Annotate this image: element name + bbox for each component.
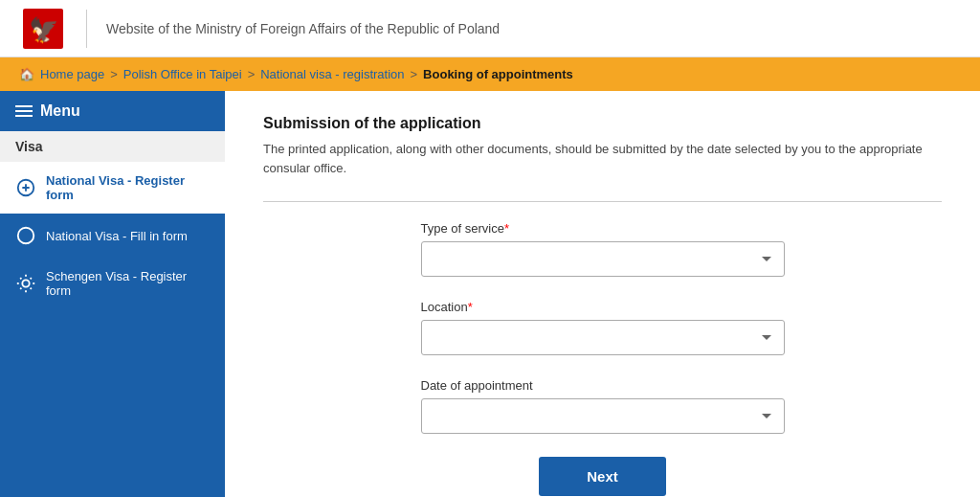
home-icon: 🏠 (19, 67, 34, 81)
location-group: Location* (421, 300, 785, 355)
next-button[interactable]: Next (539, 457, 666, 496)
schengen-icon (15, 273, 36, 294)
sidebar-menu-header: Menu (0, 91, 225, 131)
form-divider (263, 201, 942, 202)
sidebar-section-title: Visa (0, 131, 225, 162)
register-form-icon (15, 177, 36, 198)
site-title: Website of the Ministry of Foreign Affai… (106, 21, 500, 36)
type-of-service-select[interactable] (421, 241, 785, 277)
main-content: Submission of the application The printe… (225, 91, 980, 497)
location-select[interactable] (421, 320, 785, 355)
next-button-wrapper: Next (263, 457, 942, 496)
menu-label: Menu (40, 102, 80, 120)
date-of-appointment-group: Date of appointment (421, 378, 785, 434)
section-description: The printed application, along with othe… (263, 140, 942, 177)
sidebar-item-schengen-register[interactable]: Schengen Visa - Register form (0, 258, 225, 309)
svg-point-3 (18, 228, 34, 244)
location-label: Location* (421, 300, 785, 314)
breadcrumb-home[interactable]: Home page (40, 67, 104, 81)
hamburger-icon (15, 105, 33, 117)
sidebar: Menu Visa National Visa - Register form … (0, 91, 225, 497)
fill-form-icon (15, 225, 36, 246)
date-of-appointment-label: Date of appointment (421, 378, 785, 393)
header-divider (86, 10, 87, 48)
type-of-service-label: Type of service* (421, 221, 785, 236)
section-title: Submission of the application (263, 115, 942, 132)
date-of-appointment-select[interactable] (421, 398, 785, 434)
page-header: 🦅 Website of the Ministry of Foreign Aff… (0, 0, 980, 57)
sidebar-item-national-visa-register[interactable]: National Visa - Register form (0, 162, 225, 214)
sidebar-item-label: National Visa - Fill in form (46, 229, 188, 243)
logo: 🦅 (19, 7, 67, 50)
sidebar-item-national-visa-fill[interactable]: National Visa - Fill in form (0, 214, 225, 258)
type-of-service-group: Type of service* (421, 221, 785, 277)
svg-point-4 (22, 280, 29, 286)
svg-text:🦅: 🦅 (29, 14, 59, 44)
breadcrumb-office[interactable]: Polish Office in Taipei (123, 67, 242, 81)
breadcrumb-current: Booking of appointments (423, 67, 573, 81)
sidebar-item-label: Schengen Visa - Register form (46, 269, 210, 298)
breadcrumb: 🏠 Home page > Polish Office in Taipei > … (0, 57, 980, 91)
breadcrumb-national-visa[interactable]: National visa - registration (260, 67, 404, 81)
page-layout: Menu Visa National Visa - Register form … (0, 91, 980, 497)
sidebar-item-label: National Visa - Register form (46, 173, 210, 202)
